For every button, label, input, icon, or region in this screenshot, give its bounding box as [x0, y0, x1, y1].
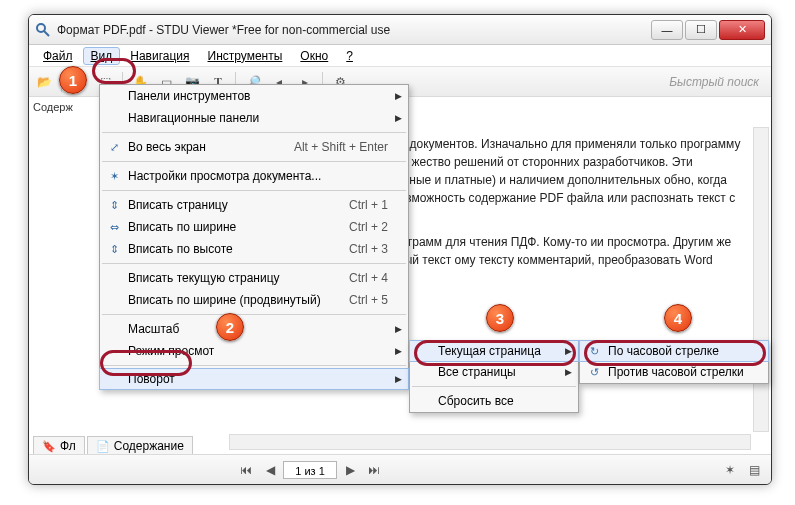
rotate-submenu: Текущая страница▶ Все страницы▶ Сбросить…: [409, 340, 579, 413]
menu-rotate-current[interactable]: Текущая страница▶: [409, 340, 579, 362]
menu-fullscreen[interactable]: ⤢Во весь экранAlt + Shift + Enter: [100, 136, 408, 158]
app-icon: [35, 22, 51, 38]
menu-viewmode[interactable]: Режим просмот▶: [100, 340, 408, 362]
view-dropdown: Панели инструментов▶ Навигационные панел…: [99, 84, 409, 390]
maximize-button[interactable]: ☐: [685, 20, 717, 40]
horizontal-scrollbar[interactable]: [229, 434, 751, 450]
last-page-icon[interactable]: ⏭: [363, 459, 385, 481]
open-icon[interactable]: 📂: [33, 71, 55, 93]
menu-rotate-all[interactable]: Все страницы▶: [410, 361, 578, 383]
menu-fit-width[interactable]: ⇔Вписать по ширинеCtrl + 2: [100, 216, 408, 238]
options-icon[interactable]: ✶: [719, 459, 741, 481]
menu-tools[interactable]: Инструменты: [200, 47, 291, 65]
options-icon[interactable]: ▤: [743, 459, 765, 481]
menu-view[interactable]: Вид: [83, 47, 121, 65]
menu-file[interactable]: Файл: [35, 47, 81, 65]
annotation-2: 2: [216, 313, 244, 341]
fit-icon: ⇕: [106, 243, 122, 256]
next-page-icon[interactable]: ▶: [339, 459, 361, 481]
prev-page-icon[interactable]: ◀: [259, 459, 281, 481]
menu-fit-curpage[interactable]: Вписать текущую страницуCtrl + 4: [100, 267, 408, 289]
fit-icon: ⇕: [106, 199, 122, 212]
annotation-3: 3: [486, 304, 514, 332]
menubar: Файл Вид Навигация Инструменты Окно ?: [29, 45, 771, 67]
menu-toolbars[interactable]: Панели инструментов▶: [100, 85, 408, 107]
quick-search[interactable]: Быстрый поиск: [669, 75, 767, 89]
menu-rotate-ccw[interactable]: ↺Против часовой стрелки: [580, 361, 768, 383]
statusbar: ⏮ ◀ 1 из 1 ▶ ⏭ ✶ ▤: [29, 454, 771, 484]
svg-point-0: [37, 24, 45, 32]
menu-zoom[interactable]: Масштаб▶: [100, 318, 408, 340]
menu-help[interactable]: ?: [338, 47, 361, 65]
menu-rotate[interactable]: Поворот▶: [99, 368, 409, 390]
menu-docsettings[interactable]: ✶Настройки просмотра документа...: [100, 165, 408, 187]
tab-flags[interactable]: 🔖 Фл: [33, 436, 85, 456]
svg-line-1: [44, 31, 49, 36]
menu-fit-width-adv[interactable]: Вписать по ширине (продвинутый)Ctrl + 5: [100, 289, 408, 311]
rotate-cw-icon: ↻: [586, 345, 602, 358]
annotation-4: 4: [664, 304, 692, 332]
menu-navpanels[interactable]: Навигационные панели▶: [100, 107, 408, 129]
menu-fit-height[interactable]: ⇕Вписать по высотеCtrl + 3: [100, 238, 408, 260]
vertical-scrollbar[interactable]: [753, 127, 769, 432]
window-title: Формат PDF.pdf - STDU Viewer *Free for n…: [57, 23, 651, 37]
menu-rotate-reset[interactable]: Сбросить все: [410, 390, 578, 412]
close-button[interactable]: ✕: [719, 20, 765, 40]
annotation-1: 1: [59, 66, 87, 94]
rotate-ccw-icon: ↺: [586, 366, 602, 379]
menu-rotate-cw[interactable]: ↻По часовой стрелке: [579, 340, 769, 362]
minimize-button[interactable]: —: [651, 20, 683, 40]
gear-icon: ✶: [106, 170, 122, 183]
fit-icon: ⇔: [106, 221, 122, 234]
expand-icon: ⤢: [106, 141, 122, 154]
tab-contents[interactable]: 📄 Содержание: [87, 436, 193, 456]
menu-navigation[interactable]: Навигация: [122, 47, 197, 65]
first-page-icon[interactable]: ⏮: [235, 459, 257, 481]
menu-window[interactable]: Окно: [292, 47, 336, 65]
menu-fit-page[interactable]: ⇕Вписать страницуCtrl + 1: [100, 194, 408, 216]
direction-submenu: ↻По часовой стрелке ↺Против часовой стре…: [579, 340, 769, 384]
page-indicator[interactable]: 1 из 1: [283, 461, 337, 479]
titlebar: Формат PDF.pdf - STDU Viewer *Free for n…: [29, 15, 771, 45]
sidebar-label: Содерж: [33, 101, 73, 113]
